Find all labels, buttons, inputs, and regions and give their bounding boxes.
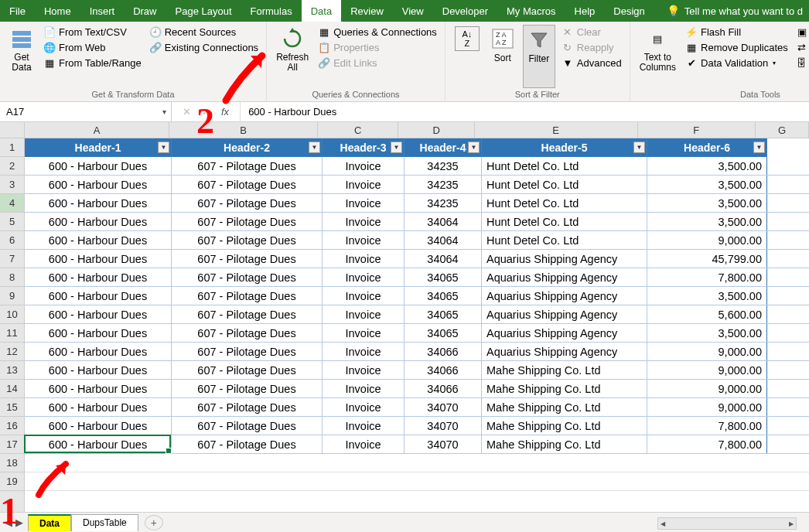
table-cell[interactable]: Invoice (323, 435, 404, 453)
table-cell[interactable]: 3,500.00 (647, 287, 767, 305)
relationships-button[interactable]: ⇄Relationships (794, 40, 809, 54)
table-cell[interactable]: 34235 (404, 157, 482, 175)
table-cell[interactable]: Mahe Shipping Co. Ltd (482, 361, 647, 379)
queries-connections-button[interactable]: ▦Queries & Connections (316, 25, 439, 39)
table-cell[interactable]: 9,000.00 (647, 343, 767, 360)
column-header[interactable]: E (475, 122, 638, 138)
table-cell[interactable]: 45,799.00 (647, 250, 767, 268)
table-cell[interactable]: 34235 (404, 194, 482, 212)
table-cell[interactable]: 3,500.00 (647, 324, 767, 342)
tell-me-search[interactable]: 💡 Tell me what you want to d (661, 0, 809, 22)
table-cell[interactable]: Mahe Shipping Co. Ltd (482, 398, 647, 416)
menu-view[interactable]: View (393, 0, 433, 22)
table-cell[interactable]: Invoice (323, 398, 404, 416)
row-header[interactable]: 13 (0, 361, 24, 380)
tab-next-icon[interactable]: ▶ (15, 517, 23, 528)
row-header[interactable]: 17 (0, 435, 24, 454)
filter-dropdown-icon[interactable]: ▼ (753, 142, 765, 153)
column-header[interactable]: B (169, 122, 318, 138)
filter-dropdown-icon[interactable]: ▼ (391, 142, 402, 153)
name-box[interactable]: A17 (0, 102, 172, 121)
from-web-button[interactable]: 🌐From Web (42, 40, 143, 54)
table-cell[interactable]: 9,000.00 (647, 380, 767, 397)
table-cell[interactable]: Hunt Detel Co. Ltd (482, 213, 647, 230)
table-cell[interactable]: Mahe Shipping Co. Ltd (482, 435, 647, 453)
table-row[interactable]: 600 - Harbour Dues607 - Pilotage DuesInv… (25, 343, 809, 361)
table-cell[interactable]: Invoice (323, 361, 404, 379)
sheet-tab-data[interactable]: Data (28, 514, 71, 531)
table-cell[interactable]: 9,000.00 (647, 398, 767, 416)
from-table-range-button[interactable]: ▦From Table/Range (42, 56, 143, 70)
formula-bar[interactable]: 600 - Harbour Dues (241, 102, 809, 121)
table-cell[interactable]: 34065 (404, 268, 482, 286)
table-cell[interactable]: 7,800.00 (647, 268, 767, 286)
table-cell[interactable]: Invoice (323, 213, 404, 230)
table-row[interactable]: 600 - Harbour Dues607 - Pilotage DuesInv… (25, 435, 809, 454)
column-header[interactable]: G (756, 122, 809, 138)
menu-developer[interactable]: Developer (433, 0, 497, 22)
row-header[interactable]: 7 (0, 250, 24, 268)
table-cell[interactable]: 600 - Harbour Dues (25, 250, 172, 268)
row-header[interactable]: 8 (0, 268, 24, 287)
table-cell[interactable]: Hunt Detel Co. Ltd (482, 157, 647, 175)
table-cell[interactable]: 607 - Pilotage Dues (172, 157, 323, 175)
column-header[interactable]: F (638, 122, 756, 138)
table-row[interactable]: 600 - Harbour Dues607 - Pilotage DuesInv… (25, 268, 809, 287)
table-cell[interactable]: 607 - Pilotage Dues (172, 417, 323, 435)
filter-button[interactable]: Filter (523, 25, 555, 88)
table-cell[interactable]: Aquarius Shipping Agency (482, 343, 647, 360)
table-cell[interactable]: 600 - Harbour Dues (25, 417, 172, 435)
row-header[interactable]: 11 (0, 324, 24, 343)
row-header[interactable]: 10 (0, 305, 24, 324)
table-cell[interactable]: 34070 (404, 398, 482, 416)
table-cell[interactable]: 5,600.00 (647, 305, 767, 323)
table-cell[interactable]: Invoice (323, 417, 404, 435)
fx-icon[interactable]: fx (221, 106, 229, 118)
table-row[interactable]: 600 - Harbour Dues607 - Pilotage DuesInv… (25, 287, 809, 305)
menu-formulas[interactable]: Formulas (241, 0, 302, 22)
column-header[interactable]: A (25, 122, 169, 138)
table-cell[interactable]: 607 - Pilotage Dues (172, 435, 323, 453)
table-cell[interactable]: 34066 (404, 343, 482, 360)
table-row[interactable]: 600 - Harbour Dues607 - Pilotage DuesInv… (25, 213, 809, 231)
table-cell[interactable]: 607 - Pilotage Dues (172, 343, 323, 360)
table-cell[interactable]: 7,800.00 (647, 435, 767, 453)
table-cell[interactable]: 607 - Pilotage Dues (172, 213, 323, 230)
row-header[interactable]: 3 (0, 176, 24, 194)
table-cell[interactable]: Invoice (323, 231, 404, 249)
row-header[interactable]: 1 (0, 138, 24, 157)
cells-area[interactable]: Header-1▼Header-2▼Header-3▼Header-4▼Head… (25, 138, 809, 512)
table-header-cell[interactable]: Header-5▼ (482, 138, 647, 157)
table-row[interactable]: 600 - Harbour Dues607 - Pilotage DuesInv… (25, 398, 809, 417)
menu-page-layout[interactable]: Page Layout (166, 0, 241, 22)
flash-fill-button[interactable]: ⚡Flash Fill (684, 25, 790, 39)
table-cell[interactable]: 607 - Pilotage Dues (172, 380, 323, 397)
table-cell[interactable]: Invoice (323, 343, 404, 360)
select-all-corner[interactable] (0, 122, 25, 138)
row-header[interactable]: 14 (0, 380, 24, 398)
table-cell[interactable]: Mahe Shipping Co. Ltd (482, 417, 647, 435)
table-cell[interactable]: Hunt Detel Co. Ltd (482, 194, 647, 212)
table-cell[interactable]: 34070 (404, 435, 482, 453)
cancel-icon[interactable]: ✕ (183, 106, 191, 118)
table-cell[interactable]: 3,500.00 (647, 194, 767, 212)
table-cell[interactable]: 600 - Harbour Dues (25, 194, 172, 212)
table-cell[interactable]: 600 - Harbour Dues (25, 231, 172, 249)
table-cell[interactable]: Invoice (323, 157, 404, 175)
table-cell[interactable]: 607 - Pilotage Dues (172, 398, 323, 416)
table-row[interactable]: 600 - Harbour Dues607 - Pilotage DuesInv… (25, 157, 809, 176)
table-cell[interactable]: 607 - Pilotage Dues (172, 250, 323, 268)
table-cell[interactable]: 607 - Pilotage Dues (172, 305, 323, 323)
row-header[interactable]: 2 (0, 157, 24, 176)
tab-prev-icon[interactable]: ◀ (5, 517, 12, 528)
menu-my-macros[interactable]: My Macros (497, 0, 565, 22)
table-cell[interactable]: Aquarius Shipping Agency (482, 250, 647, 268)
table-cell[interactable]: 34064 (404, 231, 482, 249)
sheet-tab-dupstable[interactable]: DupsTable (71, 514, 138, 531)
horizontal-scrollbar[interactable] (657, 517, 797, 530)
table-cell[interactable]: Invoice (323, 250, 404, 268)
table-cell[interactable]: 607 - Pilotage Dues (172, 268, 323, 286)
table-row[interactable]: 600 - Harbour Dues607 - Pilotage DuesInv… (25, 194, 809, 213)
table-cell[interactable]: Invoice (323, 287, 404, 305)
row-header[interactable]: 16 (0, 417, 24, 435)
